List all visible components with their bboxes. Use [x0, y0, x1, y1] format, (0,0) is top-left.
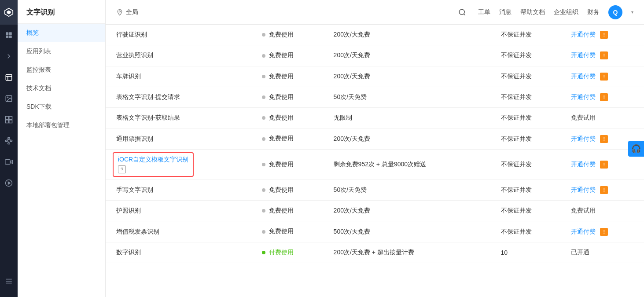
warn-badge[interactable]: ! [600, 93, 608, 101]
service-quota-cell: 200次/天免费 [327, 201, 494, 221]
status-dot [262, 163, 265, 166]
service-name-cell: 表格文字识别-提交请求 [106, 87, 255, 107]
svg-point-30 [119, 11, 120, 12]
table-row: 表格文字识别-获取结果 免费使用 无限制 不保证并发 免费试用 [106, 108, 644, 128]
activate-link[interactable]: 开通付费 [571, 186, 596, 193]
table-row: 行驶证识别 免费使用 200次/大免费 不保证并发 开通付费 ! [106, 25, 644, 45]
warn-badge[interactable]: ! [600, 135, 608, 143]
activate-link[interactable]: 开通付费 [571, 31, 596, 38]
sidebar-item-grid[interactable] [0, 25, 18, 46]
avatar-chevron[interactable]: ▾ [631, 10, 633, 15]
svg-rect-11 [6, 117, 9, 120]
svg-rect-3 [9, 32, 12, 35]
service-concurrency-cell: 不保证并发 [494, 25, 564, 45]
message-link[interactable]: 消息 [499, 8, 512, 16]
service-name-cell: 数字识别 [106, 242, 255, 263]
table-row: 表格文字识别-提交请求 免费使用 50次/天免费 不保证并发 开通付费 ! [106, 87, 644, 107]
service-quota-cell: 200次/天免费 [327, 66, 494, 87]
activate-link[interactable]: 开通付费 [571, 161, 596, 168]
sidebar-item-apps[interactable] [0, 109, 18, 130]
status-label: 免费使用 [269, 52, 294, 59]
service-action-cell: 已开通 [564, 242, 644, 263]
status-dot [262, 54, 265, 58]
service-status-cell: 免费使用 [255, 45, 327, 66]
service-action-cell: 免费试用 [564, 201, 644, 221]
services-table: 行驶证识别 免费使用 200次/大免费 不保证并发 开通付费 ! 营业执照识别 … [106, 25, 644, 263]
nav-item-overview[interactable]: 概览 [18, 24, 105, 42]
svg-marker-23 [10, 160, 12, 164]
sidebar-item-image[interactable] [0, 88, 18, 109]
sidebar-item-video[interactable] [0, 151, 18, 172]
table-row: iOCR自定义模板文字识别 ? 免费使用 剩余免费952次 + 总量9000次赠… [106, 149, 644, 180]
svg-rect-15 [8, 138, 10, 139]
service-quota-cell: 50次/天免费 [327, 87, 494, 107]
activate-link[interactable]: 开通付费 [571, 228, 596, 235]
activated-label: 已开通 [571, 249, 589, 256]
service-action-cell: 开通付费 ! [564, 87, 644, 107]
sidebar-item-tree[interactable] [0, 130, 18, 151]
sidebar-item-layout[interactable] [0, 67, 18, 88]
service-concurrency-cell: 不保证并发 [494, 87, 564, 107]
service-quota-cell: 无限制 [327, 108, 494, 128]
svg-line-21 [9, 139, 11, 140]
status-label: 免费使用 [269, 31, 294, 38]
main-area: 全局 工单 消息 帮助文档 企业组织 财务 Q ▾ 行驶证识别 免费使用 [106, 0, 644, 297]
service-quota-cell: 剩余免费952次 + 总量9000次赠送 [327, 149, 494, 180]
activate-link[interactable]: 开通付费 [571, 51, 596, 59]
service-name-cell: 营业执照识别 [106, 45, 255, 66]
warn-badge[interactable]: ! [600, 228, 608, 236]
iocr-help-badge[interactable]: ? [118, 165, 126, 173]
search-button[interactable] [455, 5, 469, 19]
activate-link[interactable]: 开通付费 [571, 93, 596, 100]
nav-item-applist[interactable]: 应用列表 [18, 42, 105, 61]
status-dot [262, 33, 265, 37]
service-concurrency-cell: 不保证并发 [494, 45, 564, 66]
svg-rect-24 [5, 160, 10, 165]
org-link[interactable]: 企业组织 [554, 8, 578, 16]
nav-item-deploy[interactable]: 本地部署包管理 [18, 116, 105, 135]
nav-item-docs[interactable]: 技术文档 [18, 79, 105, 98]
sidebar-item-arrow[interactable] [0, 46, 18, 67]
table-row: 通用票据识别 免费使用 200次/天免费 不保证并发 开通付费 ! [106, 128, 644, 149]
service-name-cell: 通用票据识别 [106, 128, 255, 149]
service-status-cell: 免费使用 [255, 149, 327, 180]
nav-item-sdk[interactable]: SDK下载 [18, 98, 105, 116]
app-logo [0, 0, 18, 25]
activate-link[interactable]: 开通付费 [571, 73, 596, 80]
table-row: 数字识别 付费使用 200次/天免费 + 超出按量计费 10 已开通 [106, 242, 644, 263]
svg-point-31 [459, 9, 464, 15]
avatar-button[interactable]: Q [608, 5, 622, 19]
table-row: 营业执照识别 免费使用 200次/天免费 不保证并发 开通付费 ! [106, 45, 644, 66]
support-button[interactable]: 🎧 [628, 141, 644, 157]
warn-badge[interactable]: ! [600, 73, 608, 81]
sidebar-item-play[interactable] [0, 172, 18, 194]
warn-badge[interactable]: ! [600, 161, 608, 169]
nav-item-monitor[interactable]: 监控报表 [18, 61, 105, 79]
service-quota-cell: 50次/天免费 [327, 180, 494, 200]
workorder-link[interactable]: 工单 [478, 8, 490, 16]
free-trial-label: 免费试用 [571, 207, 596, 214]
location-icon [116, 9, 123, 16]
svg-line-32 [464, 14, 465, 15]
iocr-link[interactable]: iOCR自定义模板文字识别 [118, 156, 188, 164]
service-quota-cell: 500次/天免费 [327, 221, 494, 242]
svg-rect-4 [6, 36, 8, 38]
svg-point-10 [7, 97, 8, 98]
help-link[interactable]: 帮助文档 [520, 8, 545, 16]
warn-badge[interactable]: ! [600, 186, 608, 194]
svg-marker-1 [7, 10, 11, 14]
svg-rect-12 [9, 117, 12, 120]
service-name-cell: 护照识别 [106, 201, 255, 221]
activate-link[interactable]: 开通付费 [571, 135, 596, 142]
service-concurrency-cell: 不保证并发 [494, 201, 564, 221]
warn-badge[interactable]: ! [600, 31, 608, 39]
service-name-cell: 手写文字识别 [106, 180, 255, 200]
finance-link[interactable]: 财务 [587, 8, 600, 16]
svg-line-20 [7, 139, 9, 140]
service-status-cell: 免费使用 [255, 87, 327, 107]
service-concurrency-cell: 不保证并发 [494, 66, 564, 87]
svg-rect-6 [6, 74, 12, 81]
service-quota-cell: 200次/天免费 [327, 128, 494, 149]
warn-badge[interactable]: ! [600, 51, 608, 59]
sidebar-item-menu[interactable] [0, 271, 18, 292]
